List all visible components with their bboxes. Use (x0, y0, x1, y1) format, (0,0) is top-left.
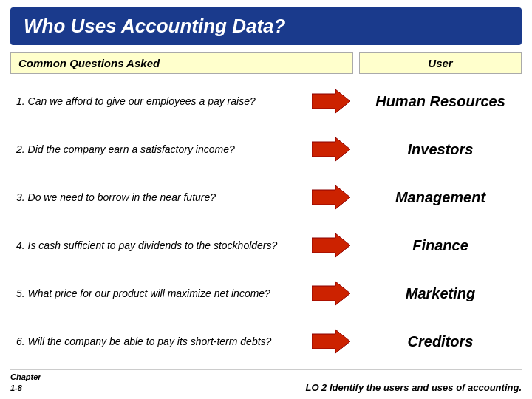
question-cell: 5. What price for our product will maxim… (10, 284, 309, 304)
question-cell: 6. Will the company be able to pay its s… (10, 332, 309, 352)
arrow-icon (309, 136, 353, 163)
table-row: 2. Did the company earn a satisfactory i… (10, 126, 522, 172)
arrow-icon (309, 232, 353, 259)
arrow-icon (309, 328, 353, 355)
header-row: Common Questions Asked User (10, 52, 522, 74)
question-cell: 3. Do we need to borrow in the near futu… (10, 188, 309, 208)
svg-marker-3 (312, 233, 350, 257)
svg-marker-1 (312, 137, 350, 161)
user-cell: Marketing (359, 282, 522, 305)
question-cell: 2. Did the company earn a satisfactory i… (10, 140, 309, 160)
table-row: 1. Can we afford to give our employees a… (10, 78, 522, 124)
user-cell: Creditors (359, 330, 522, 353)
question-cell: 1. Can we afford to give our employees a… (10, 92, 309, 112)
svg-marker-5 (312, 330, 350, 353)
slide-title: Who Uses Accounting Data? (10, 7, 522, 45)
question-cell: 4. Is cash sufficient to pay dividends t… (10, 236, 309, 256)
table-row: 6. Will the company be able to pay its s… (10, 318, 522, 364)
footer-lo-text: LO 2 Identify the users and uses of acco… (55, 382, 522, 393)
user-header: User (359, 52, 522, 74)
svg-marker-2 (312, 185, 350, 209)
questions-header: Common Questions Asked (10, 52, 353, 74)
arrow-icon (309, 88, 353, 115)
footer: Chapter1-8 LO 2 Identify the users and u… (10, 369, 522, 393)
svg-marker-0 (312, 89, 350, 113)
user-cell: Management (359, 186, 522, 209)
table-row: 5. What price for our product will maxim… (10, 270, 522, 316)
user-cell: Human Resources (359, 90, 522, 113)
svg-marker-4 (312, 282, 350, 305)
arrow-icon (309, 184, 353, 211)
slide: Who Uses Accounting Data? Common Questio… (0, 0, 532, 399)
user-cell: Finance (359, 234, 522, 257)
table-row: 3. Do we need to borrow in the near futu… (10, 174, 522, 220)
title-text: Who Uses Accounting Data? (24, 15, 285, 37)
table-row: 4. Is cash sufficient to pay dividends t… (10, 222, 522, 268)
chapter-label: Chapter1-8 (10, 372, 55, 393)
content-area: 1. Can we afford to give our employees a… (10, 78, 522, 366)
user-cell: Investors (359, 138, 522, 161)
arrow-icon (309, 280, 353, 307)
